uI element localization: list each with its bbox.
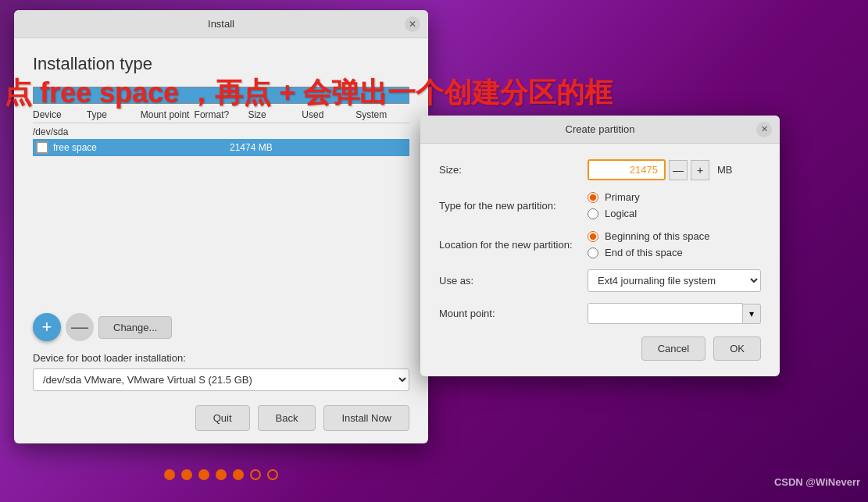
use-as-label: Use as: xyxy=(439,275,588,287)
dot-6 xyxy=(250,469,261,480)
type-logical-option[interactable]: Logical xyxy=(588,208,640,219)
size-input[interactable] xyxy=(588,159,666,180)
page-title: Installation type xyxy=(33,54,409,74)
use-as-row: Use as: Ext4 journaling file system Ext3… xyxy=(439,269,761,292)
size-input-group: — + MB xyxy=(588,159,761,180)
dot-1 xyxy=(164,469,175,480)
pagination-dots xyxy=(14,469,428,480)
add-remove-bar: + — Change... xyxy=(33,313,409,341)
quit-button[interactable]: Quit xyxy=(195,405,250,431)
dialog-title: Create partition xyxy=(566,123,635,135)
mount-dropdown-button[interactable]: ▾ xyxy=(743,304,761,324)
size-increment-button[interactable]: + xyxy=(691,160,709,180)
type-logical-label: Logical xyxy=(605,208,637,219)
type-primary-option[interactable]: Primary xyxy=(588,191,640,203)
type-row: Type for the new partition: Primary Logi… xyxy=(439,191,761,219)
location-beginning-label: Beginning of this space xyxy=(605,230,709,242)
bottom-section: + — Change... Device for boot loader ins… xyxy=(33,313,409,431)
partition-row-free-space[interactable]: free space 21474 MB xyxy=(33,139,409,156)
location-row: Location for the new partition: Beginnin… xyxy=(439,230,761,258)
device-row: /dev/sda xyxy=(33,125,409,139)
use-as-select[interactable]: Ext4 journaling file system Ext3 journal… xyxy=(588,269,761,292)
type-radio-group: Primary Logical xyxy=(588,191,640,219)
free-space-name: free space xyxy=(53,142,230,153)
location-beginning-option[interactable]: Beginning of this space xyxy=(588,230,709,242)
mount-point-group: ▾ xyxy=(588,303,761,324)
install-window-titlebar: Install ✕ xyxy=(14,10,428,38)
mount-point-row: Mount point: ▾ xyxy=(439,303,761,324)
remove-partition-button[interactable]: — xyxy=(66,313,94,341)
location-radio-group: Beginning of this space End of this spac… xyxy=(588,230,709,258)
type-label: Type for the new partition: xyxy=(439,200,588,212)
install-window-close-button[interactable]: ✕ xyxy=(405,16,420,32)
boot-loader-select[interactable]: /dev/sda VMware, VMware Virtual S (21.5 … xyxy=(33,368,409,391)
watermark: CSDN @WiNeverr xyxy=(774,476,860,488)
location-end-label: End of this space xyxy=(605,247,683,258)
free-space-indicator xyxy=(36,141,48,154)
size-row: Size: — + MB xyxy=(439,159,761,180)
boot-loader-label: Device for boot loader installation: xyxy=(33,352,409,364)
dot-7 xyxy=(267,469,278,480)
cancel-button[interactable]: Cancel xyxy=(641,336,705,361)
annotation-text: 点 free space ，再点 + 会弹出一个创建分区的框 xyxy=(4,74,613,112)
dialog-close-button[interactable]: ✕ xyxy=(756,122,772,137)
size-label: Size: xyxy=(439,164,588,176)
location-beginning-radio[interactable] xyxy=(588,231,598,242)
location-label: Location for the new partition: xyxy=(439,239,588,251)
install-window-title: Install xyxy=(208,18,234,30)
size-unit: MB xyxy=(717,164,733,176)
dialog-buttons: Cancel OK xyxy=(439,336,761,361)
location-end-radio[interactable] xyxy=(588,247,598,258)
add-partition-button[interactable]: + xyxy=(33,313,61,341)
ok-button[interactable]: OK xyxy=(713,336,761,361)
dialog-content: Size: — + MB Type for the new partition:… xyxy=(420,144,780,376)
size-decrement-button[interactable]: — xyxy=(669,160,688,180)
window-bottom-buttons: Quit Back Install Now xyxy=(33,405,409,431)
dot-5 xyxy=(233,469,244,480)
location-end-option[interactable]: End of this space xyxy=(588,247,709,258)
create-partition-dialog: Create partition ✕ Size: — + MB Type for… xyxy=(420,116,780,376)
mount-point-label: Mount point: xyxy=(439,308,588,319)
type-logical-radio[interactable] xyxy=(588,208,598,219)
dot-2 xyxy=(181,469,192,480)
install-now-button[interactable]: Install Now xyxy=(323,405,409,431)
type-primary-label: Primary xyxy=(605,191,640,203)
change-partition-button[interactable]: Change... xyxy=(98,316,172,339)
dot-4 xyxy=(216,469,227,480)
mount-point-input[interactable] xyxy=(588,303,743,324)
free-space-size: 21474 MB xyxy=(230,142,406,153)
dialog-titlebar: Create partition ✕ xyxy=(420,116,780,144)
type-primary-radio[interactable] xyxy=(588,192,598,203)
back-button[interactable]: Back xyxy=(258,405,316,431)
dot-3 xyxy=(198,469,209,480)
